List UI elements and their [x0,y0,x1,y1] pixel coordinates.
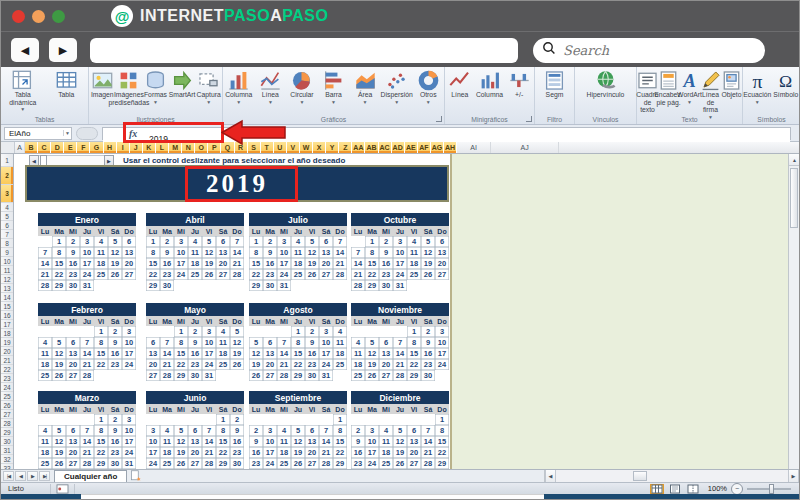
day-cell[interactable]: 1 [435,414,449,425]
day-cell[interactable]: 31 [319,370,333,381]
day-cell[interactable]: 18 [160,447,174,458]
day-cell[interactable]: 7 [80,425,94,436]
day-cell[interactable]: 26 [421,269,435,280]
day-cell[interactable]: 9 [421,337,435,348]
day-cell[interactable]: 4 [38,337,52,348]
day-cell[interactable]: 26 [393,458,407,469]
day-cell[interactable]: 16 [421,348,435,359]
day-cell[interactable]: 9 [230,425,244,436]
day-cell[interactable]: 4 [188,236,202,247]
ribbon-button-tabla-dinamica[interactable]: Tabla dinámica▼ [1,69,45,113]
day-cell[interactable]: 21 [393,359,407,370]
minimize-window-icon[interactable] [32,10,45,23]
day-cell[interactable]: 22 [249,269,263,280]
search-input[interactable] [561,42,756,59]
day-cell[interactable]: 30 [263,280,277,291]
day-cell[interactable]: 7 [277,337,291,348]
row-header-9[interactable]: 9 [1,248,13,257]
ribbon-button-encabez-pie-pag[interactable]: Encabez. pie pág. [658,69,679,106]
day-cell[interactable]: 25 [188,269,202,280]
row-header-15[interactable]: 15 [1,302,13,311]
scroll-up-icon[interactable]: ▲ [789,154,799,166]
day-cell[interactable]: 25 [94,269,108,280]
day-cell[interactable]: 30 [230,458,244,469]
day-cell[interactable]: 9 [351,436,365,447]
day-cell[interactable]: 27 [319,269,333,280]
day-cell[interactable]: 22 [174,359,188,370]
day-cell[interactable]: 15 [94,436,108,447]
last-sheet-button[interactable]: ▶| [39,471,50,481]
day-cell[interactable]: 13 [319,247,333,258]
day-cell[interactable]: 24 [122,359,136,370]
day-cell[interactable]: 19 [365,359,379,370]
day-cell[interactable]: 20 [435,258,449,269]
row-header-11[interactable]: 11 [1,266,13,275]
column-header-aj[interactable]: AJ [491,142,559,153]
day-cell[interactable]: 12 [421,247,435,258]
day-cell[interactable]: 12 [52,436,66,447]
day-cell[interactable]: 30 [421,370,435,381]
day-cell[interactable]: 25 [379,458,393,469]
day-cell[interactable]: 18 [351,359,365,370]
column-header-c[interactable]: C [38,142,51,153]
day-cell[interactable]: 10 [435,337,449,348]
day-cell[interactable]: 28 [80,370,94,381]
day-cell[interactable]: 8 [94,425,108,436]
day-cell[interactable]: 23 [188,359,202,370]
day-cell[interactable]: 17 [277,258,291,269]
day-cell[interactable]: 3 [146,425,160,436]
day-cell[interactable]: 12 [174,436,188,447]
name-box-input[interactable] [5,128,63,139]
day-cell[interactable]: 19 [249,359,263,370]
day-cell[interactable]: 27 [146,370,160,381]
row-header-20[interactable]: 20 [1,347,13,356]
row-header-3[interactable]: 3 [1,185,13,203]
day-cell[interactable]: 4 [407,236,421,247]
view-normal-button[interactable] [650,484,664,494]
day-cell[interactable]: 1 [216,414,230,425]
day-cell[interactable]: 20 [146,359,160,370]
day-cell[interactable]: 13 [216,247,230,258]
day-cell[interactable]: 7 [230,236,244,247]
day-cell[interactable]: 14 [38,258,52,269]
day-cell[interactable]: 11 [333,337,347,348]
day-cell[interactable]: 27 [379,370,393,381]
day-cell[interactable]: 13 [435,247,449,258]
day-cell[interactable]: 19 [52,359,66,370]
row-header-19[interactable]: 19 [1,338,13,347]
day-cell[interactable]: 2 [66,236,80,247]
day-cell[interactable]: 30 [188,370,202,381]
ribbon-button-linea-de-firma[interactable]: Línea de firma▼ [700,69,721,120]
day-cell[interactable]: 20 [66,447,80,458]
ribbon-button-tabla[interactable]: Tabla [45,69,89,99]
day-cell[interactable]: 1 [174,326,188,337]
ribbon-button-barra[interactable]: Barra▼ [318,69,350,105]
day-cell[interactable]: 6 [216,236,230,247]
day-cell[interactable]: 18 [407,258,421,269]
day-cell[interactable]: 26 [52,458,66,469]
day-cell[interactable]: 13 [263,348,277,359]
day-cell[interactable]: 16 [108,348,122,359]
ribbon-button-imagenes-predisenadas[interactable]: Imágenes prediseñadas [116,69,143,106]
day-cell[interactable]: 11 [407,247,421,258]
day-cell[interactable]: 28 [351,280,365,291]
day-cell[interactable]: 29 [216,458,230,469]
day-cell[interactable]: 12 [365,348,379,359]
day-cell[interactable]: 20 [188,447,202,458]
day-cell[interactable]: 13 [305,436,319,447]
day-cell[interactable]: 26 [249,370,263,381]
day-cell[interactable]: 5 [365,337,379,348]
day-cell[interactable]: 15 [216,436,230,447]
day-cell[interactable]: 20 [263,359,277,370]
ribbon-button-area[interactable]: Área▼ [349,69,381,105]
day-cell[interactable]: 7 [160,337,174,348]
day-cell[interactable]: 6 [188,425,202,436]
day-cell[interactable]: 6 [122,236,136,247]
row-header-10[interactable]: 10 [1,257,13,266]
day-cell[interactable]: 19 [421,258,435,269]
day-cell[interactable]: 3 [277,236,291,247]
day-cell[interactable]: 29 [52,280,66,291]
day-cell[interactable]: 14 [160,348,174,359]
row-header-18[interactable]: 18 [1,329,13,338]
day-cell[interactable]: 11 [351,348,365,359]
